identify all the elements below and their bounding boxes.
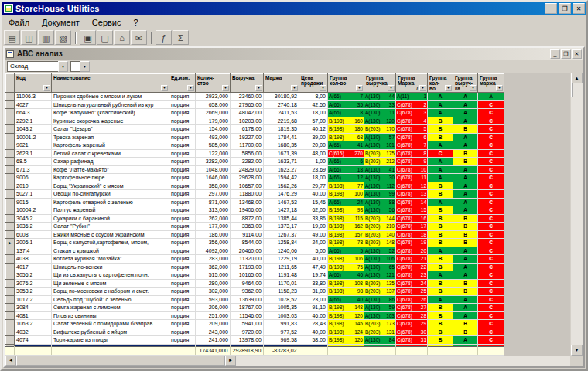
group-quantity-letter-cell: A	[428, 93, 453, 101]
column-filter-dropdown-icon[interactable]: ▼	[43, 85, 50, 91]
scroll-left-icon[interactable]: ◄	[5, 356, 16, 366]
table-row[interactable]: 4074Тори-караге из птицыпорция241,000139…	[6, 336, 504, 345]
dropdown-arrow-icon[interactable]: ▼	[80, 61, 90, 72]
print-preview-button[interactable]: ◫	[21, 30, 37, 45]
column-filter-dropdown-icon[interactable]: ▼	[388, 85, 395, 91]
column-filter-dropdown-icon[interactable]: ▼	[320, 85, 326, 91]
column-header-4[interactable]: Колич-ство▼	[196, 74, 231, 93]
filter-extra-dropdown[interactable]: ▼	[70, 61, 90, 72]
table-row[interactable]: 10004.2Палтус жареныйпорция313,00019406,…	[6, 206, 504, 215]
column-header-13[interactable]: Группа маржа▼	[478, 74, 504, 93]
export-button[interactable]: ▧	[55, 30, 71, 45]
vertical-scrollbar-thumb[interactable]	[571, 83, 573, 97]
print-button[interactable]: ▤	[4, 30, 20, 45]
table-row[interactable]: 11006.3Пирожки сдобные с мясом и лукомпо…	[6, 93, 504, 101]
menu-item-4[interactable]: ?	[128, 17, 145, 28]
group-rank: 3	[423, 109, 426, 117]
copy-button[interactable]: ▢	[97, 30, 113, 45]
dropdown-arrow-icon[interactable]: ▼	[58, 61, 68, 72]
column-filter-dropdown-icon[interactable]: ▼	[255, 85, 262, 91]
unit-cell: порция	[169, 223, 196, 231]
column-filter-dropdown-icon[interactable]: ▼	[470, 85, 477, 91]
unit-cell: порция	[169, 230, 196, 239]
table-row[interactable]: ▶2005.1Борщ с капустой,картофелем, мясом…	[6, 239, 504, 247]
row-indicator-cell	[6, 158, 15, 166]
column-header-1[interactable]: Код▼	[15, 74, 52, 93]
child-minimize-button[interactable]: _	[550, 49, 560, 59]
scroll-right-icon[interactable]: ►	[225, 356, 236, 366]
table-row[interactable]: 3084Семга жареная с лимономпорция206,000…	[6, 304, 504, 312]
vertical-scrollbar[interactable]: ▲ ▼	[571, 73, 583, 356]
table-row[interactable]: 4032Бифштекс рубленый с яйцомпорция243,0…	[6, 328, 504, 336]
table-row[interactable]: 3053.2Борщ по-московски с набором и смет…	[6, 288, 504, 296]
mail-button[interactable]: ✉	[131, 30, 147, 45]
table-row[interactable]: 4038Котлета куриная "Мозайка"порция283,0…	[6, 255, 504, 264]
table-row[interactable]: 1043.2Салат "Цезарь"порция154,0006178,00…	[6, 125, 504, 134]
table-row[interactable]: 137.4Стакан с крышкойпорция4092,00020460…	[6, 247, 504, 255]
sum-button[interactable]: Σ	[173, 30, 189, 45]
menu-item-2[interactable]: Документ	[36, 17, 86, 28]
menu-item-3[interactable]: Сервис	[86, 17, 128, 28]
child-restore-button[interactable]: ❐	[561, 49, 571, 59]
horizontal-scrollbar-thumb[interactable]	[16, 356, 225, 366]
table-row[interactable]: 5027.1Овощи по-сингапурскипорция297,0001…	[6, 190, 504, 199]
table-row[interactable]: 1063.2Салат зеленый с помидорами б/запра…	[6, 320, 504, 328]
column-filter-dropdown-icon[interactable]: ▼	[161, 85, 168, 91]
child-close-button[interactable]: ✕	[572, 49, 582, 59]
sum-icon: Σ	[178, 33, 183, 43]
table-row[interactable]: 3045.2Сухарики с баранинойпорция262,0008…	[6, 214, 504, 223]
functions-button[interactable]: ƒ	[156, 30, 172, 45]
column-filter-dropdown-icon[interactable]: ▼	[356, 85, 363, 91]
group-quantity-cell: B(198)68	[328, 133, 364, 141]
scroll-down-icon[interactable]: ▼	[571, 345, 583, 356]
scrollbar-corner	[571, 356, 583, 366]
table-row[interactable]: 4081Плов из свининыпорция251,00011546,00…	[6, 311, 504, 320]
table-row[interactable]: 2623.1Легкий салат с креветкамипорция122…	[6, 149, 504, 158]
table-row[interactable]: 9015Картофель отварной с зеленьюпорция87…	[6, 198, 504, 206]
column-header-7[interactable]: Цена продажи▼	[299, 74, 328, 93]
horizontal-scrollbar[interactable]: ◄ ►	[5, 356, 570, 366]
table-row[interactable]: 68.5Сахар рафинадпорция3282,0003282,0016…	[6, 158, 504, 166]
column-header-11[interactable]: Группа кол-во▼	[428, 74, 453, 93]
column-header-9[interactable]: Группа выручка▼	[364, 74, 396, 93]
menu-item-1[interactable]: Файл	[2, 17, 36, 28]
close-button[interactable]: ✕	[573, 3, 585, 14]
store-dropdown[interactable]: Склад ▼	[7, 61, 68, 72]
column-header-8[interactable]: Группа кол-во▼	[328, 74, 364, 93]
table-row[interactable]: 2292.1Куриные окорочка жареныепорция179,…	[6, 117, 504, 125]
column-header-3[interactable]: Ед.изм.▼	[169, 74, 196, 93]
table-row[interactable]: 4027Шницель натуральный рубленый из курп…	[6, 100, 504, 109]
column-header-5[interactable]: Выручка▼	[231, 74, 264, 93]
table-row[interactable]: 1017.2Сельдь под "шубой" с зеленьюпорция…	[6, 295, 504, 304]
column-filter-dropdown-icon[interactable]: ▼	[419, 85, 426, 91]
minimize-button[interactable]: _	[545, 3, 557, 14]
table-row[interactable]: 3076.2Щи зеленые с мясомпорция280,000946…	[6, 279, 504, 288]
column-header-6[interactable]: Маржа▼	[264, 74, 299, 93]
column-filter-dropdown-icon[interactable]: ▼	[291, 85, 298, 91]
refresh-button[interactable]: ▣	[80, 30, 96, 45]
column-header-12[interactable]: Группа выруч-ка▼	[453, 74, 478, 93]
quantity-cell: 186,000	[196, 230, 231, 239]
table-row[interactable]: 4017Шницель по-венскипорция362,00017193,…	[6, 263, 504, 271]
margin-cell: 1211,65	[264, 263, 299, 271]
table-row[interactable]: 3056.2Щи из св.капусты с картофелем,полн…	[6, 271, 504, 280]
table-row[interactable]: 664.3Кофе "Капучино" (классический)порци…	[6, 109, 504, 117]
revenue-cell: 3363,00	[231, 223, 264, 231]
table-row[interactable]: 1036.2Салат "Рубин"порция177,0003363,001…	[6, 223, 504, 231]
table-row[interactable]: 9021Картофель жареныйпорция585,00011700,…	[6, 141, 504, 150]
page-setup-button[interactable]: ▥	[38, 30, 54, 45]
column-filter-dropdown-icon[interactable]: ▼	[222, 85, 229, 91]
column-filter-dropdown-icon[interactable]: ▼	[496, 85, 503, 91]
table-row[interactable]: 10001.2Треска жаренаяпорция493,00019227,…	[6, 133, 504, 141]
column-filter-dropdown-icon[interactable]: ▼	[445, 85, 452, 91]
column-header-10[interactable]: Группа Маржа/▼	[396, 74, 428, 93]
folder-button[interactable]: ⌂	[114, 30, 130, 45]
table-row[interactable]: 6008Ежики мясные с соусом Украинскимпорц…	[6, 230, 504, 239]
maximize-button[interactable]: ❐	[559, 3, 571, 14]
column-header-2[interactable]: Наименование▼	[52, 74, 169, 93]
column-filter-dropdown-icon[interactable]: ▼	[187, 85, 194, 91]
scroll-up-icon[interactable]: ▲	[571, 73, 583, 83]
table-row[interactable]: 9006Картофельное пюрепорция1646,00029628…	[6, 174, 504, 182]
table-row[interactable]: 2010Борщ "Украинский" с мясомпорция358,0…	[6, 182, 504, 190]
table-row[interactable]: 671.3Кофе "Латте-макьято"порция1048,0002…	[6, 165, 504, 174]
